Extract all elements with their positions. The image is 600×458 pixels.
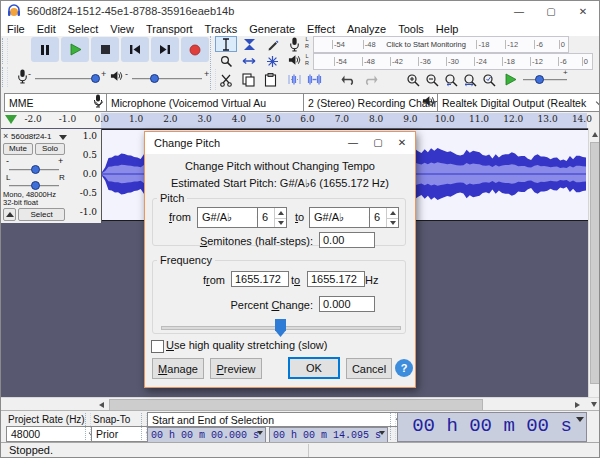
stop-button[interactable] <box>91 37 119 62</box>
time-grip[interactable] <box>390 413 396 440</box>
play-speed-thumb[interactable] <box>535 75 544 84</box>
spin-up-icon[interactable] <box>387 208 398 218</box>
recording-volume-slider[interactable] <box>35 78 99 80</box>
menu-view[interactable]: View <box>104 23 140 35</box>
menu-generate[interactable]: Generate <box>243 23 301 35</box>
zoom-tool-button[interactable] <box>215 53 237 69</box>
pitch-from-octave-spinner[interactable]: 6 <box>257 207 287 228</box>
scroll-right-button[interactable] <box>571 399 584 410</box>
manage-button[interactable]: Manage <box>152 358 204 379</box>
record-button[interactable] <box>181 37 209 62</box>
dialog-close-button[interactable]: ✕ <box>390 132 414 154</box>
scroll-down-button[interactable] <box>588 399 600 410</box>
timeline-ruler[interactable]: -2.0 -1.0 0.0 1.0 2.0 3.0 4.0 5.0 6.0 7.… <box>1 113 588 129</box>
gain-slider[interactable] <box>9 169 59 171</box>
frequency-to-input[interactable] <box>307 271 365 287</box>
multi-tool-button[interactable] <box>261 53 283 69</box>
pause-button[interactable] <box>31 37 59 62</box>
play-at-speed-button[interactable] <box>500 70 520 89</box>
playback-volume-slider[interactable] <box>132 78 202 80</box>
scroll-up-button[interactable] <box>589 128 600 141</box>
redo-button[interactable] <box>360 70 380 89</box>
zoom-toggle-button[interactable] <box>479 70 499 89</box>
menu-file[interactable]: File <box>1 23 31 35</box>
monitoring-label[interactable]: Click to Start Monitoring <box>376 40 477 49</box>
recording-meter[interactable]: -54 -48 Click to Start Monitoring -18 -1… <box>313 36 569 53</box>
transport-grip[interactable] <box>2 38 8 64</box>
zoom-fit-button[interactable] <box>460 70 480 89</box>
playback-device-select[interactable]: Realtek Digital Output (Realtek <box>437 93 600 112</box>
dialog-minimize-button[interactable]: — <box>341 132 365 154</box>
menu-analyze[interactable]: Analyze <box>341 23 392 35</box>
play-speed-slider[interactable] <box>523 79 567 81</box>
track-select-button[interactable]: Select <box>18 208 65 221</box>
preview-button[interactable]: Preview <box>210 358 262 379</box>
playback-volume-thumb[interactable] <box>150 74 159 83</box>
solo-button[interactable]: Solo <box>35 143 65 155</box>
close-button[interactable]: ✕ <box>567 1 599 22</box>
pan-slider[interactable] <box>9 185 59 187</box>
menu-tracks[interactable]: Tracks <box>199 23 244 35</box>
zoom-out-button[interactable] <box>422 70 442 89</box>
pitch-to-octave-spinner[interactable]: 6 <box>369 207 399 228</box>
recording-channels-select[interactable]: 2 (Stereo) Recording Chann <box>303 93 440 112</box>
pan-thumb[interactable] <box>31 181 40 190</box>
spin-up-icon[interactable] <box>275 208 286 218</box>
track-close-icon[interactable]: × <box>3 131 8 141</box>
silence-audio-button[interactable] <box>304 70 324 89</box>
vertical-scrollbar[interactable] <box>588 128 600 397</box>
help-button[interactable]: ? <box>395 359 413 377</box>
gain-thumb[interactable] <box>31 165 40 174</box>
menu-transport[interactable]: Transport <box>140 23 199 35</box>
high-quality-label[interactable]: Use high quality stretching (slow) <box>166 339 327 351</box>
trim-audio-button[interactable] <box>284 70 304 89</box>
maximize-button[interactable]: ▢ <box>535 1 567 22</box>
scroll-left-button[interactable] <box>95 399 108 410</box>
semitones-input[interactable] <box>319 232 375 248</box>
playback-meter[interactable]: -54 -48 -42 -36 -30 -24 -18 -12 -6 0 <box>313 53 593 70</box>
recording-volume-thumb[interactable] <box>91 74 100 83</box>
cut-button[interactable] <box>216 70 236 89</box>
selection-range-mode-select[interactable]: Start and End of Selection <box>147 412 409 427</box>
frequency-from-input[interactable] <box>231 271 289 287</box>
collapse-track-button[interactable] <box>3 208 16 221</box>
skip-to-end-button[interactable] <box>151 37 179 62</box>
playhead-triangle-icon[interactable] <box>5 115 17 124</box>
zoom-selection-button[interactable] <box>441 70 461 89</box>
ok-button[interactable]: OK <box>288 357 340 379</box>
percent-change-slider[interactable] <box>161 326 401 330</box>
cancel-button[interactable]: Cancel <box>346 358 392 379</box>
dialog-maximize-button[interactable]: ▢ <box>366 132 390 154</box>
menu-effect[interactable]: Effect <box>301 23 341 35</box>
envelope-tool-button[interactable] <box>238 36 260 52</box>
percent-change-input[interactable] <box>319 296 375 312</box>
zoom-in-button[interactable] <box>403 70 423 89</box>
track-name[interactable]: 560d8f24-1 <box>11 132 51 141</box>
undo-button[interactable] <box>338 70 358 89</box>
mixer-grip[interactable] <box>2 67 8 87</box>
skip-to-start-button[interactable] <box>121 37 149 62</box>
draw-tool-button[interactable] <box>261 36 283 52</box>
mute-button[interactable]: Mute <box>3 143 33 155</box>
minimize-button[interactable]: — <box>503 1 535 22</box>
menu-select[interactable]: Select <box>62 23 105 35</box>
track-vertical-ruler[interactable]: 1.0 0.5 0.0 -0.5 -1.0 <box>68 129 102 223</box>
recording-meter-mic-icon[interactable] <box>289 37 300 54</box>
horizontal-scrollbar[interactable] <box>1 397 600 411</box>
spin-down-icon[interactable] <box>387 218 398 229</box>
menu-tools[interactable]: Tools <box>392 23 430 35</box>
recording-device-select[interactable]: Microphone (Voicemod Virtual Au <box>106 93 321 112</box>
paste-button[interactable] <box>260 70 280 89</box>
high-quality-checkbox[interactable] <box>151 340 164 353</box>
play-button[interactable] <box>61 37 89 62</box>
audio-position-display[interactable]: 00 h 00 m 00 s <box>397 412 587 442</box>
menu-help[interactable]: Help <box>430 23 465 35</box>
menu-edit[interactable]: Edit <box>31 23 62 35</box>
selection-tool-button[interactable] <box>215 36 237 52</box>
percent-change-slider-thumb[interactable] <box>275 319 286 337</box>
dialog-titlebar[interactable]: Change Pitch — ▢ ✕ <box>145 132 415 154</box>
vertical-scroll-thumb[interactable] <box>590 142 600 384</box>
playback-meter-speaker-icon[interactable] <box>288 54 301 68</box>
timeshift-tool-button[interactable] <box>238 53 260 69</box>
track-menu-icon[interactable] <box>59 135 67 140</box>
